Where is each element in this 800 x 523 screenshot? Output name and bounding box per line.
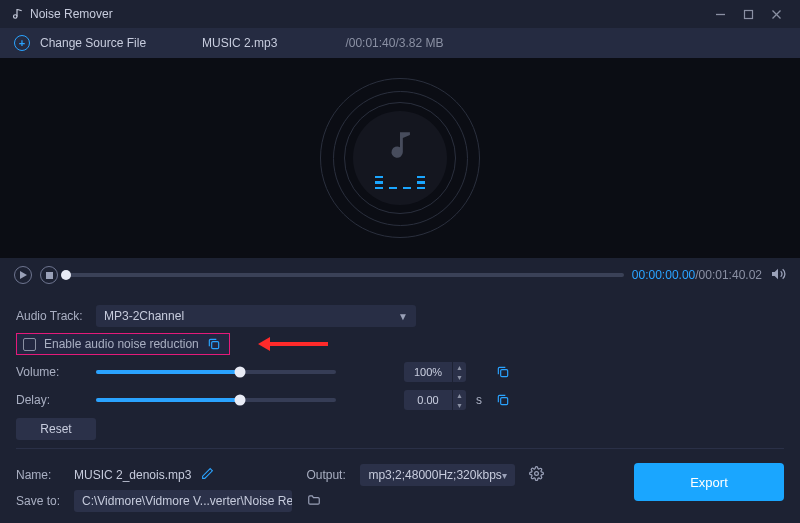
output-format-label: Output: xyxy=(306,468,354,482)
audio-track-value: MP3-2Channel xyxy=(104,309,184,323)
volume-reset-icon[interactable] xyxy=(496,365,510,379)
source-filename: MUSIC 2.mp3 xyxy=(202,36,277,50)
delay-label: Delay: xyxy=(16,393,86,407)
maximize-button[interactable] xyxy=(734,9,762,20)
svg-rect-9 xyxy=(501,370,508,377)
audio-track-select[interactable]: MP3-2Channel ▼ xyxy=(96,305,416,327)
chevron-down-icon: ▾ xyxy=(502,470,507,481)
playback-bar: 00:00:00.00/00:01:40.02 xyxy=(0,258,800,292)
annotation-arrow xyxy=(270,342,328,346)
time-total: 00:01:40.02 xyxy=(699,268,762,282)
volume-thumb[interactable] xyxy=(235,367,246,378)
output-panel: Export Name: MUSIC 2_denois.mp3 Output: … xyxy=(0,457,800,523)
output-name-value: MUSIC 2_denois.mp3 xyxy=(74,468,191,482)
delay-unit: s xyxy=(476,393,486,407)
chevron-down-icon: ▼ xyxy=(398,311,408,322)
change-source-button[interactable]: Change Source File xyxy=(40,36,146,50)
svg-marker-5 xyxy=(20,271,27,279)
delay-step-down[interactable]: ▼ xyxy=(453,400,466,410)
output-format-value: mp3;2;48000Hz;320kbps xyxy=(368,468,501,482)
volume-slider[interactable] xyxy=(96,370,336,374)
noise-reduction-settings-icon[interactable] xyxy=(207,337,221,351)
open-folder-icon[interactable] xyxy=(306,493,322,510)
output-settings-icon[interactable] xyxy=(529,466,544,484)
saveto-label: Save to: xyxy=(16,494,68,508)
saveto-value: C:\Vidmore\Vidmore V...verter\Noise Remo… xyxy=(82,494,292,508)
app-logo-icon xyxy=(10,6,24,23)
saveto-select[interactable]: C:\Vidmore\Vidmore V...verter\Noise Remo… xyxy=(74,490,292,512)
delay-step-up[interactable]: ▲ xyxy=(453,390,466,400)
svg-point-11 xyxy=(534,472,538,476)
noise-reduction-group: Enable audio noise reduction xyxy=(16,333,230,355)
seek-thumb[interactable] xyxy=(61,270,71,280)
volume-step-down[interactable]: ▼ xyxy=(453,372,466,382)
seek-slider[interactable] xyxy=(66,273,624,277)
add-source-icon[interactable]: + xyxy=(14,35,30,51)
audio-track-label: Audio Track: xyxy=(16,309,86,323)
close-button[interactable] xyxy=(762,9,790,20)
playback-time: 00:00:00.00/00:01:40.02 xyxy=(632,268,762,282)
delay-slider[interactable] xyxy=(96,398,336,402)
svg-rect-2 xyxy=(744,10,752,18)
source-toolbar: + Change Source File MUSIC 2.mp3 /00:01:… xyxy=(0,28,800,58)
rename-icon[interactable] xyxy=(201,467,214,483)
audio-visual-icon xyxy=(320,78,480,238)
svg-rect-10 xyxy=(501,398,508,405)
noise-reduction-label[interactable]: Enable audio noise reduction xyxy=(44,337,199,351)
svg-rect-8 xyxy=(211,342,218,349)
delay-thumb[interactable] xyxy=(235,395,246,406)
titlebar: Noise Remover xyxy=(0,0,800,28)
export-button[interactable]: Export xyxy=(634,463,784,501)
preview-area xyxy=(0,58,800,258)
reset-button[interactable]: Reset xyxy=(16,418,96,440)
time-current: 00:00:00.00 xyxy=(632,268,695,282)
controls-panel: Audio Track: MP3-2Channel ▼ Enable audio… xyxy=(0,292,800,461)
output-name-label: Name: xyxy=(16,468,68,482)
volume-icon[interactable] xyxy=(770,266,786,285)
play-button[interactable] xyxy=(14,266,32,284)
output-format-select[interactable]: mp3;2;48000Hz;320kbps ▾ xyxy=(360,464,514,486)
volume-label: Volume: xyxy=(16,365,86,379)
delay-input[interactable] xyxy=(404,390,452,410)
window-title: Noise Remover xyxy=(30,7,113,21)
source-duration-size: /00:01:40/3.82 MB xyxy=(345,36,443,50)
svg-rect-6 xyxy=(46,272,53,279)
svg-marker-7 xyxy=(772,268,778,279)
noise-reduction-checkbox[interactable] xyxy=(23,338,36,351)
delay-reset-icon[interactable] xyxy=(496,393,510,407)
delay-spinner[interactable]: ▲▼ xyxy=(404,390,466,410)
stop-button[interactable] xyxy=(40,266,58,284)
divider xyxy=(16,448,784,449)
volume-spinner[interactable]: ▲▼ xyxy=(404,362,466,382)
volume-step-up[interactable]: ▲ xyxy=(453,362,466,372)
minimize-button[interactable] xyxy=(706,9,734,20)
volume-input[interactable] xyxy=(404,362,452,382)
